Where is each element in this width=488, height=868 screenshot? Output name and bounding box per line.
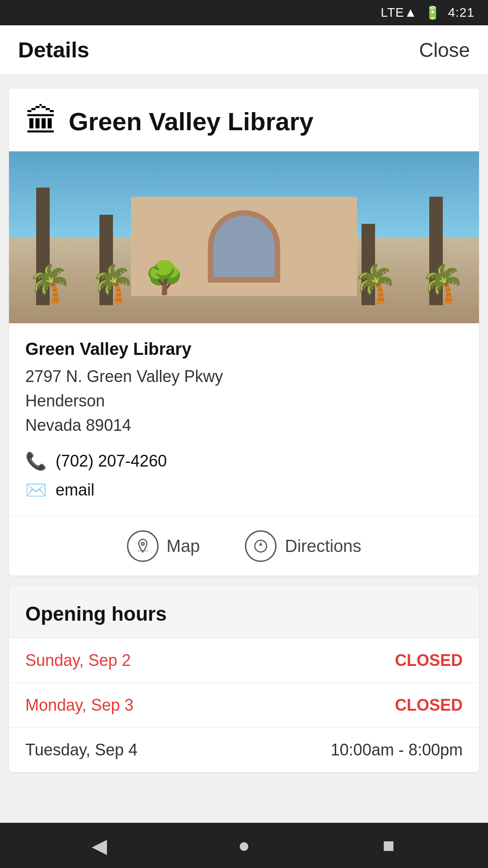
status-bar: LTE▲ 🔋 4:21 xyxy=(0,0,488,25)
photo-palm-4 xyxy=(361,224,375,305)
photo-palm-3 xyxy=(429,197,443,305)
photo-arch xyxy=(208,210,280,283)
library-icon: 🏛 xyxy=(25,105,58,137)
library-title: Green Valley Library xyxy=(69,107,314,136)
hours-card: Opening hours Sunday, Sep 2CLOSEDMonday,… xyxy=(9,586,479,772)
svg-point-1 xyxy=(255,540,267,552)
recent-button[interactable] xyxy=(373,830,404,861)
page-title: Details xyxy=(18,38,89,62)
directions-label: Directions xyxy=(285,537,361,556)
hours-header: Opening hours xyxy=(9,586,479,638)
map-icon xyxy=(127,530,159,562)
hours-row: Sunday, Sep 2CLOSED xyxy=(9,638,479,683)
address-line2: Henderson xyxy=(25,392,105,410)
hours-closed: CLOSED xyxy=(395,696,463,715)
hours-closed: CLOSED xyxy=(395,651,463,670)
address-line1: 2797 N. Green Valley Pkwy xyxy=(25,367,223,386)
map-button[interactable]: Map xyxy=(127,530,200,562)
phone-number: (702) 207-4260 xyxy=(56,452,167,471)
email-row[interactable]: ✉️ email xyxy=(25,480,463,500)
hours-day: Tuesday, Sep 4 xyxy=(25,741,137,760)
info-library-name: Green Valley Library xyxy=(25,340,463,359)
signal-icon: LTE▲ xyxy=(381,5,418,20)
directions-icon xyxy=(245,530,277,562)
address-line3: Nevada 89014 xyxy=(25,416,131,434)
directions-button[interactable]: Directions xyxy=(245,530,361,562)
hours-time: 10:00am - 8:00pm xyxy=(331,741,463,760)
actions-row: Map Directions xyxy=(9,516,479,576)
clock: 4:21 xyxy=(448,5,475,20)
library-photo: 🌳 xyxy=(9,151,479,323)
main-content: 🏛 Green Valley Library 🌳 Green Valley Li… xyxy=(0,75,488,823)
hours-rows: Sunday, Sep 2CLOSEDMonday, Sep 3CLOSEDTu… xyxy=(9,638,479,772)
hours-title: Opening hours xyxy=(25,603,167,625)
close-button[interactable]: Close xyxy=(419,39,470,61)
phone-icon: 📞 xyxy=(25,451,47,471)
photo-tree: 🌳 xyxy=(145,259,184,296)
battery-icon: 🔋 xyxy=(425,5,441,20)
photo-palm-1 xyxy=(36,188,50,305)
photo-palm-2 xyxy=(99,215,113,305)
svg-rect-0 xyxy=(137,550,149,552)
bottom-nav xyxy=(0,823,488,868)
info-section: Green Valley Library 2797 N. Green Valle… xyxy=(9,323,479,516)
email-link[interactable]: email xyxy=(56,481,94,500)
info-contact: 📞 (702) 207-4260 ✉️ email xyxy=(25,451,463,500)
hours-row: Monday, Sep 3CLOSED xyxy=(9,683,479,727)
phone-row[interactable]: 📞 (702) 207-4260 xyxy=(25,451,463,471)
email-icon: ✉️ xyxy=(25,480,47,500)
map-label: Map xyxy=(167,537,200,556)
hours-row: Tuesday, Sep 410:00am - 8:00pm xyxy=(9,727,479,772)
home-button[interactable] xyxy=(228,830,260,861)
library-title-row: 🏛 Green Valley Library xyxy=(9,89,479,151)
top-nav: Details Close xyxy=(0,25,488,75)
back-button[interactable] xyxy=(84,830,115,861)
info-address: 2797 N. Green Valley Pkwy Henderson Neva… xyxy=(25,364,463,438)
library-card: 🏛 Green Valley Library 🌳 Green Valley Li… xyxy=(9,89,479,576)
hours-day: Sunday, Sep 2 xyxy=(25,651,131,670)
hours-day: Monday, Sep 3 xyxy=(25,696,133,715)
